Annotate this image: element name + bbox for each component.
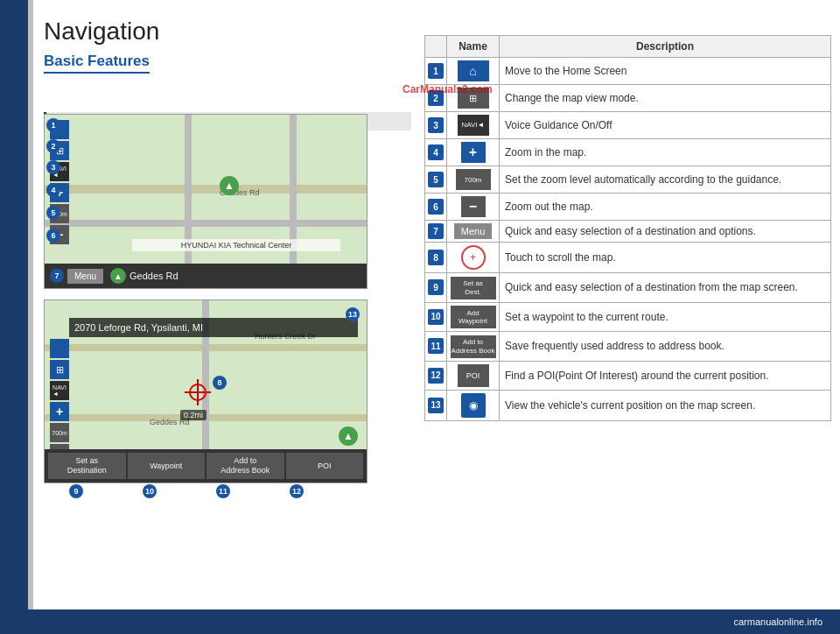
- table-row: 5 700m Set the zoom level automatically …: [425, 166, 831, 194]
- row-desc-cell: Set a waypoint to the current route.: [500, 302, 831, 332]
- main-content: Navigation Basic Features Operating Navi…: [44, 18, 831, 608]
- row-desc-cell: Quick and easy selection of a destinatio…: [500, 221, 831, 243]
- crosshair-h: [185, 391, 211, 393]
- row-icon-cell: ⌂: [447, 58, 500, 85]
- map-screen-1: Geddes Rd HYUNDAI KIA Technical Center ▲…: [44, 114, 368, 289]
- row-num-cell: 13: [425, 390, 447, 420]
- row-icon-cell: −: [447, 194, 500, 221]
- nav-dest-icon: ▲: [110, 268, 126, 284]
- row-num-cell: 8: [425, 243, 447, 273]
- table-row: 1 ⌂ Move to the Home Screen: [425, 58, 831, 85]
- map-bottom-bar-1: 7 Menu ▲ Geddes Rd: [45, 264, 367, 288]
- left-column: Geddes Rd HYUNDAI KIA Technical Center ▲…: [44, 114, 411, 483]
- row-icon-cell: NAVI◄: [447, 112, 500, 139]
- road-v1: [185, 115, 192, 288]
- footer-bar: carmanualonline.info: [0, 609, 840, 634]
- col-num-header: [425, 36, 447, 58]
- table-row: 9 Set asDest. Quick and easy selection o…: [425, 273, 831, 303]
- action-badges: 9 10 11 12: [69, 484, 304, 498]
- row-number: 12: [428, 368, 444, 384]
- left-sidebar-light: [28, 0, 33, 634]
- badge-8: 8: [213, 376, 227, 390]
- row-num-cell: 5: [425, 166, 447, 194]
- watermark: CarManuals2.com: [402, 83, 493, 95]
- address-text: 2070 Leforge Rd, Ypsilanti, MI: [74, 322, 203, 333]
- dest-label: ▲ Geddes Rd: [110, 268, 178, 284]
- row-desc-cell: Save frequently used address to address …: [500, 332, 831, 362]
- building-label: HYUNDAI KIA Technical Center: [132, 239, 340, 251]
- row-number: 3: [428, 117, 444, 133]
- footer-site: carmanualonline.info: [733, 616, 822, 627]
- row-icon-cell: +: [447, 139, 500, 166]
- map-btn2-zoom-level[interactable]: 700m: [50, 423, 69, 442]
- address-bar: 2070 Leforge Rd, Ypsilanti, MI: [69, 318, 358, 337]
- road-h1: [45, 185, 367, 194]
- map-controls-2: ⌂ ⊞ NAVI◄ + 700m −: [50, 339, 69, 463]
- row-desc-cell: Touch to scroll the map.: [500, 243, 831, 273]
- row-desc-cell: Find a POI(Point Of Interest) around the…: [500, 361, 831, 390]
- table-row: 3 NAVI◄ Voice Guidance On/Off: [425, 112, 831, 139]
- row-icon-cell: 700m: [447, 166, 500, 194]
- poi-button[interactable]: POI: [286, 453, 364, 479]
- badge-6: 6: [46, 229, 60, 243]
- add-to-address-book-button[interactable]: Add toAddress Book: [206, 453, 284, 479]
- row-desc-cell: Voice Guidance On/Off: [500, 112, 831, 139]
- set-destination-button[interactable]: Set asDestination: [48, 453, 126, 479]
- row-number: 7: [428, 223, 444, 239]
- row-num-cell: 6: [425, 194, 447, 221]
- table-row: 12 POI Find a POI(Point Of Interest) aro…: [425, 361, 831, 390]
- row-icon-cell: Set asDest.: [447, 273, 500, 303]
- row-icon-cell: POI: [447, 361, 500, 390]
- table-row: 4 + Zoom in the map.: [425, 139, 831, 166]
- row-number: 11: [428, 338, 444, 354]
- row-number: 9: [428, 279, 444, 295]
- badge-12: 12: [290, 484, 304, 498]
- row-desc-cell: Move to the Home Screen: [500, 58, 831, 85]
- row-icon-cell: Add toAddress Book: [447, 332, 500, 362]
- row-desc-cell: Zoom in the map.: [500, 139, 831, 166]
- row-number: 4: [428, 144, 444, 160]
- row-number: 13: [428, 398, 444, 413]
- map-screen-2: Hunters Creek Dr Geddes Rd 2070 Leforge …: [44, 299, 368, 483]
- badge-9: 9: [69, 484, 83, 498]
- dist-badge: 0.2mi: [180, 410, 206, 420]
- badge-3: 3: [46, 160, 60, 174]
- badge-10: 10: [143, 484, 157, 498]
- nav-arrow-map1: ▲: [220, 176, 239, 195]
- row-icon-cell: Menu: [447, 221, 500, 243]
- waypoint-button[interactable]: Waypoint: [128, 453, 206, 479]
- row-desc-cell: View the vehicle's current position on t…: [500, 390, 831, 420]
- row-num-cell: 3: [425, 112, 447, 139]
- road-h2: [45, 220, 367, 227]
- row-num-cell: 1: [425, 58, 447, 85]
- row-desc-cell: Change the map view mode.: [500, 85, 831, 112]
- row-num-cell: 10: [425, 302, 447, 332]
- row-desc-cell: Quick and easy selection of a destinatio…: [500, 273, 831, 303]
- map-btn2-zoom-plus[interactable]: +: [50, 402, 69, 421]
- table-row: 13 ◉ View the vehicle's current position…: [425, 390, 831, 420]
- map-btn2-home[interactable]: ⌂: [50, 339, 69, 358]
- table-row: 6 − Zoom out the map.: [425, 194, 831, 221]
- menu-button[interactable]: Menu: [67, 269, 103, 284]
- badge-1: 1: [46, 118, 60, 132]
- row-number: 1: [428, 63, 444, 79]
- col-name-header: Name: [447, 36, 500, 58]
- row-num-cell: 12: [425, 361, 447, 390]
- road-v2: [290, 115, 297, 288]
- row-desc-cell: Set the zoom level automatically accordi…: [500, 166, 831, 194]
- table-row: 7 Menu Quick and easy selection of a des…: [425, 221, 831, 243]
- table-row: 8 + Touch to scroll the map.: [425, 243, 831, 273]
- map-btn2-navi[interactable]: NAVI◄: [50, 381, 69, 400]
- row-number: 10: [428, 309, 444, 325]
- row-number: 8: [428, 250, 444, 265]
- nav-icon-map2: ▲: [339, 426, 358, 446]
- section-title: Basic Features: [44, 53, 150, 74]
- nav-icon: ▲: [220, 176, 239, 195]
- badge-4: 4: [46, 183, 60, 197]
- row-icon-cell: ◉: [447, 390, 500, 420]
- dest-text: Geddes Rd: [130, 271, 178, 281]
- row-num-cell: 11: [425, 332, 447, 362]
- badge-2: 2: [46, 139, 60, 153]
- badge-7: 7: [50, 269, 64, 283]
- map-btn2-layers[interactable]: ⊞: [50, 360, 69, 379]
